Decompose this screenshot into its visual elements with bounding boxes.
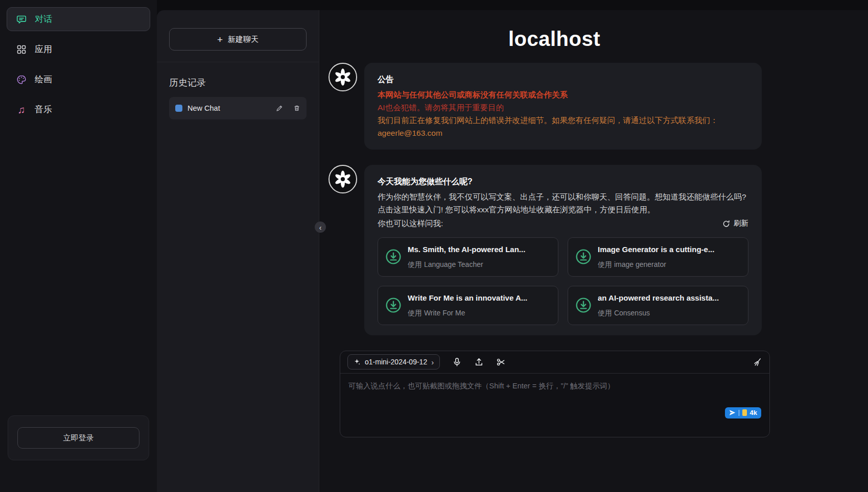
model-selector-button[interactable]: o1-mini-2024-09-12 › bbox=[347, 354, 440, 370]
clear-context-broom-icon[interactable] bbox=[753, 357, 762, 367]
download-circle-icon bbox=[385, 297, 402, 313]
suggestion-subtitle: 使用 Write For Me bbox=[408, 307, 527, 319]
assistant-avatar bbox=[329, 165, 357, 193]
sidebar-item-label: 绘画 bbox=[35, 73, 52, 85]
token-chip-icon bbox=[742, 409, 747, 416]
main-chat-area: localhost bbox=[319, 10, 868, 492]
suggestion-title: Image Generator is a cutting-e... bbox=[598, 243, 714, 256]
music-note-icon: ♫ bbox=[16, 105, 27, 115]
announcement-bubble: 公告 本网站与任何其他公司或商标没有任何关联或合作关系 AI也会犯错。请勿将其用… bbox=[364, 63, 762, 150]
assistant-avatar bbox=[329, 63, 357, 91]
edit-conversation-icon[interactable] bbox=[276, 105, 283, 112]
suggestion-card[interactable]: Ms. Smith, the AI-powered Lan... 使用 Lang… bbox=[378, 237, 558, 277]
send-button[interactable]: 4k bbox=[725, 407, 761, 419]
badge-divider bbox=[739, 410, 739, 416]
suggestion-title: Write For Me is an innovative A... bbox=[408, 292, 527, 304]
openai-flower-icon bbox=[334, 68, 352, 86]
sidebar-item-chat[interactable]: 对话 bbox=[7, 7, 150, 31]
suggestion-subtitle: 使用 image generator bbox=[598, 259, 714, 270]
suggestion-card[interactable]: Write For Me is an innovative A... 使用 Wr… bbox=[378, 286, 558, 325]
model-selector-label: o1-mini-2024-09-12 bbox=[365, 358, 427, 366]
suggestion-title: Ms. Smith, the AI-powered Lan... bbox=[408, 243, 525, 256]
apps-grid-icon bbox=[16, 44, 27, 55]
download-circle-icon bbox=[575, 249, 592, 265]
welcome-title: 今天我能为您做些什么呢? bbox=[378, 175, 748, 188]
ask-hint-row: 你也可以这样问我: 刷新 bbox=[378, 217, 748, 230]
message-welcome: 今天我能为您做些什么呢? 作为你的智慧伙伴，我不仅可以写文案、出点子，还可以和你… bbox=[329, 165, 780, 335]
conversation-title: New Chat bbox=[187, 104, 271, 112]
history-heading: 历史记录 bbox=[169, 77, 307, 89]
chat-list-header: + 新建聊天 bbox=[157, 10, 319, 62]
login-button[interactable]: 立即登录 bbox=[17, 427, 139, 449]
sidebar-spacer bbox=[7, 128, 150, 415]
suggestion-subtitle: 使用 Consensus bbox=[598, 307, 719, 319]
main-column: localhost bbox=[329, 10, 780, 437]
sidebar-item-label: 音乐 bbox=[35, 104, 52, 115]
sidebar-item-apps[interactable]: 应用 bbox=[7, 37, 150, 61]
message-announcement: 公告 本网站与任何其他公司或商标没有任何关联或合作关系 AI也会犯错。请勿将其用… bbox=[329, 63, 780, 150]
welcome-body: 作为你的智慧伙伴，我不仅可以写文案、出点子，还可以和你聊天、回答问题。想知道我还… bbox=[378, 190, 748, 216]
suggestion-title: an AI-powered research assista... bbox=[598, 292, 719, 304]
contact-email-link[interactable]: ageerle@163.com bbox=[378, 127, 748, 139]
chevron-right-icon: › bbox=[431, 358, 434, 366]
token-count: 4k bbox=[750, 409, 757, 416]
chat-list-panel: + 新建聊天 历史记录 New Chat bbox=[157, 10, 319, 492]
content-wrapper: + 新建聊天 历史记录 New Chat bbox=[157, 10, 868, 492]
sidebar-item-label: 应用 bbox=[35, 43, 52, 55]
refresh-label: 刷新 bbox=[734, 217, 748, 229]
suggestion-subtitle: 使用 Language Teacher bbox=[408, 259, 525, 270]
new-chat-button[interactable]: + 新建聊天 bbox=[169, 28, 307, 51]
announcement-title: 公告 bbox=[378, 73, 748, 86]
ask-hint-text: 你也可以这样问我: bbox=[378, 217, 443, 230]
download-circle-icon bbox=[385, 249, 402, 265]
delete-conversation-icon[interactable] bbox=[293, 105, 300, 112]
upload-icon[interactable] bbox=[474, 357, 484, 367]
composer: o1-mini-2024-09-12 › bbox=[340, 351, 770, 437]
refresh-icon bbox=[722, 220, 730, 228]
suggestion-grid: Ms. Smith, the AI-powered Lan... 使用 Lang… bbox=[378, 237, 748, 325]
suggestion-card[interactable]: an AI-powered research assista... 使用 Con… bbox=[568, 286, 748, 325]
sidebar-item-music[interactable]: ♫ 音乐 bbox=[7, 97, 150, 121]
announcement-line-3: 我们目前正在修复我们网站上的错误并改进细节。如果您有任何疑问，请通过以下方式联系… bbox=[378, 114, 748, 127]
scissors-icon[interactable] bbox=[496, 357, 506, 367]
collapse-sidebar-button[interactable]: ‹ bbox=[315, 222, 326, 233]
page-title: localhost bbox=[329, 28, 780, 51]
chevron-left-icon: ‹ bbox=[319, 223, 322, 232]
download-circle-icon bbox=[575, 297, 592, 313]
sparkle-icon bbox=[354, 358, 361, 365]
message-input[interactable] bbox=[340, 374, 769, 435]
announcement-line-2: AI也会犯错。请勿将其用于重要目的 bbox=[378, 101, 748, 114]
sidebar: 对话 应用 bbox=[0, 0, 157, 492]
conversation-color-icon bbox=[175, 105, 182, 112]
plus-icon: + bbox=[217, 35, 223, 44]
welcome-bubble: 今天我能为您做些什么呢? 作为你的智慧伙伴，我不仅可以写文案、出点子，还可以和你… bbox=[364, 165, 762, 335]
sidebar-item-drawing[interactable]: 绘画 bbox=[7, 67, 150, 91]
sidebar-login-panel: 立即登录 bbox=[8, 415, 149, 460]
refresh-suggestions-button[interactable]: 刷新 bbox=[722, 217, 748, 229]
sidebar-item-label: 对话 bbox=[35, 13, 52, 25]
conversation-list-item[interactable]: New Chat bbox=[169, 97, 307, 119]
suggestion-card[interactable]: Image Generator is a cutting-e... 使用 ima… bbox=[568, 237, 748, 277]
chat-bubble-icon bbox=[16, 14, 27, 24]
microphone-icon[interactable] bbox=[452, 357, 462, 367]
palette-icon bbox=[16, 75, 27, 85]
new-chat-label: 新建聊天 bbox=[228, 35, 259, 44]
send-plane-icon bbox=[729, 409, 736, 416]
composer-toolbar: o1-mini-2024-09-12 › bbox=[340, 351, 769, 374]
openai-flower-icon bbox=[334, 170, 352, 188]
app-root: 对话 应用 bbox=[0, 0, 868, 492]
announcement-line-1: 本网站与任何其他公司或商标没有任何关联或合作关系 bbox=[378, 88, 748, 101]
composer-input-area bbox=[340, 374, 769, 437]
